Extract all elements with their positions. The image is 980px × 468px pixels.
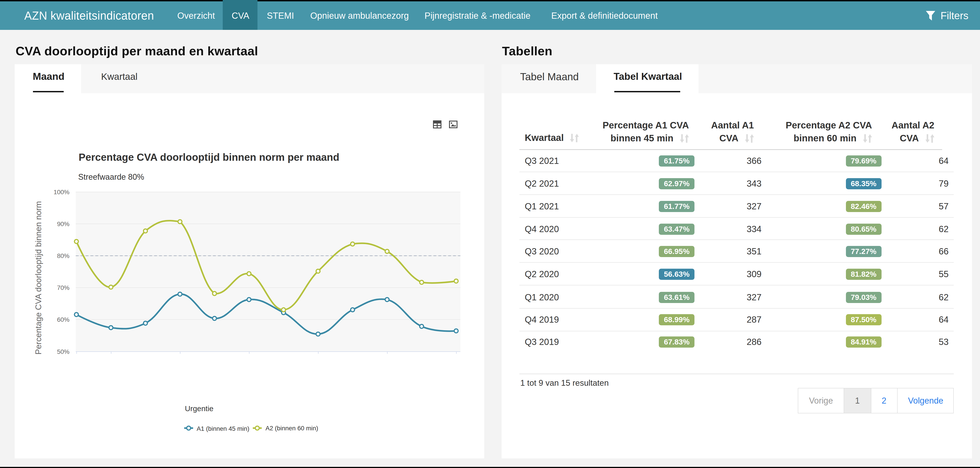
svg-text:80%: 80% bbox=[57, 252, 69, 259]
svg-text:90%: 90% bbox=[57, 220, 69, 227]
svg-text:Percentage CVA doorlooptijd bi: Percentage CVA doorlooptijd binnen norm bbox=[33, 201, 43, 355]
svg-text:100%: 100% bbox=[53, 188, 69, 195]
svg-text:60%: 60% bbox=[57, 316, 69, 323]
svg-text:A2 (binnen 60 min): A2 (binnen 60 min) bbox=[265, 425, 318, 432]
svg-text:50%: 50% bbox=[57, 348, 69, 355]
svg-text:Urgentie: Urgentie bbox=[185, 404, 213, 413]
svg-text:Streefwaarde 80%: Streefwaarde 80% bbox=[78, 173, 144, 182]
svg-text:A1 (binnen 45 min): A1 (binnen 45 min) bbox=[196, 425, 249, 432]
svg-text:70%: 70% bbox=[57, 284, 69, 291]
svg-text:Percentage CVA doorlooptijd bi: Percentage CVA doorlooptijd binnen norm … bbox=[78, 152, 339, 163]
